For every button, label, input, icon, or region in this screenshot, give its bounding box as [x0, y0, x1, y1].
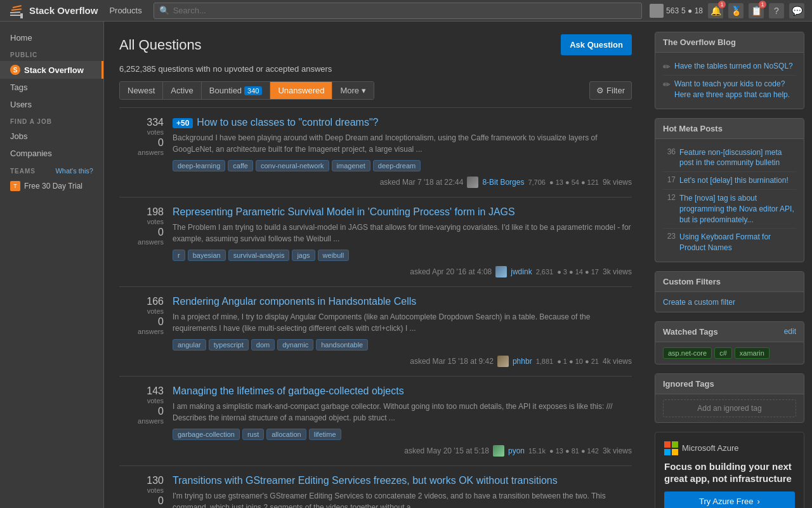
list-item[interactable]: c#: [714, 347, 732, 359]
list-item[interactable]: conv-neural-network: [256, 160, 329, 171]
list-item[interactable]: ✏ Have the tables turned on NoSQL?: [663, 58, 796, 76]
list-item[interactable]: 36 Feature non-[discussion] meta post in…: [663, 144, 796, 173]
question-title[interactable]: Transitions with GStreamer Editing Servi…: [173, 475, 632, 486]
list-item[interactable]: r: [173, 250, 185, 261]
nav-products[interactable]: Products: [105, 3, 145, 18]
list-item[interactable]: handsontable: [316, 339, 368, 351]
header-nav: Products: [105, 3, 145, 18]
list-item[interactable]: ✏ Want to teach your kids to code? Here …: [663, 76, 796, 104]
custom-filters-widget: Custom Filters Create a custom filter: [655, 271, 804, 312]
question-title[interactable]: Representing Parametric Survival Model i…: [173, 206, 632, 218]
list-item[interactable]: rust: [242, 429, 264, 440]
list-item[interactable]: typescript: [209, 339, 249, 351]
user-rep: 2,631: [536, 268, 554, 276]
user-rep: 15.1k: [528, 447, 546, 455]
sidebar-item-stackoverflow[interactable]: S Stack Overflow: [0, 61, 103, 79]
sidebar-item-tags[interactable]: Tags: [0, 79, 103, 96]
list-item[interactable]: 23 Using Keyboard Format for Product Nam…: [663, 229, 796, 257]
list-item[interactable]: deep-dream: [373, 160, 421, 171]
user-link[interactable]: 8-Bit Borges: [482, 178, 524, 187]
user-link[interactable]: jwdink: [511, 267, 532, 276]
list-item[interactable]: allocation: [266, 429, 306, 440]
user-badges: ● 3 ● 14 ● 17: [557, 268, 599, 276]
help-icon[interactable]: ?: [769, 3, 784, 18]
tab-newest[interactable]: Newest: [120, 82, 163, 99]
list-item[interactable]: weibull: [318, 250, 350, 261]
filter-button[interactable]: ⚙ Filter: [589, 81, 632, 100]
question-title[interactable]: Rendering Angular components in Handsont…: [173, 296, 632, 307]
header: Stack Overflow Products 🔍 563 5 ● 18 🔔1 …: [0, 0, 812, 22]
inbox-icon[interactable]: 🔔1: [708, 3, 723, 18]
table-row: 143 votes 0 answers Managing the lifetim…: [119, 376, 632, 465]
teams-what-link[interactable]: What's this?: [55, 167, 93, 175]
watched-tags-body: asp.net-core c# xamarin: [655, 342, 804, 364]
view-count: 3k views: [603, 446, 632, 455]
create-filter-link[interactable]: Create a custom filter: [663, 298, 735, 307]
user-avatar: [493, 445, 504, 457]
question-body: Representing Parametric Survival Model i…: [173, 206, 632, 277]
list-item[interactable]: 12 The [nova] tag is about programming t…: [663, 190, 796, 229]
so-label: Stack Overflow: [24, 65, 84, 75]
question-title[interactable]: +50How to use classes to "control dreams…: [173, 117, 632, 128]
list-item[interactable]: dynamic: [277, 339, 313, 351]
list-item[interactable]: bayesian: [188, 250, 226, 261]
meta-widget: Hot Meta Posts 36 Feature non-[discussio…: [655, 118, 804, 262]
chat-icon[interactable]: 💬: [789, 3, 804, 18]
ask-question-button[interactable]: Ask Question: [561, 34, 632, 55]
question-excerpt: Background I have been playing around wi…: [173, 132, 632, 155]
sidebar-item-free-trial[interactable]: T Free 30 Day Trial: [0, 177, 103, 195]
search-input[interactable]: [173, 6, 636, 15]
blog-widget-header: The Overflow Blog: [655, 32, 804, 53]
asked-time: asked May 20 '15 at 5:18: [404, 446, 489, 455]
filter-label: Filter: [606, 86, 625, 95]
list-item[interactable]: survival-analysis: [228, 250, 290, 261]
header-icons: 563 5 ● 18 🔔1 🏅 📋1 ? 💬: [650, 3, 804, 18]
azure-brand-name: Microsoft Azure: [682, 443, 739, 453]
list-item[interactable]: 17 Let's not [delay] this burnination!: [663, 172, 796, 190]
question-meta: asked Mar 7 '18 at 22:44 8-Bit Borges 7,…: [173, 177, 632, 188]
user-link[interactable]: pyon: [508, 446, 525, 455]
tab-active[interactable]: Active: [163, 82, 201, 99]
sidebar-item-home[interactable]: Home: [0, 29, 103, 46]
teams-icon: T: [10, 181, 20, 191]
list-item[interactable]: deep-learning: [173, 160, 225, 171]
question-title[interactable]: Managing the lifetimes of garbage-collec…: [173, 385, 632, 397]
list-item[interactable]: xamarin: [735, 347, 769, 359]
so-icon: S: [10, 65, 20, 75]
answer-count: 0 answers: [119, 227, 164, 246]
achievements-icon[interactable]: 🏅: [728, 3, 743, 18]
question-meta: asked Apr 20 '16 at 4:08 jwdink 2,631 ● …: [173, 266, 632, 277]
list-item[interactable]: garbage-collection: [173, 429, 240, 440]
list-item[interactable]: dom: [251, 339, 275, 351]
list-item[interactable]: jags: [292, 250, 315, 261]
site-logo[interactable]: Stack Overflow: [8, 2, 98, 20]
right-sidebar: The Overflow Blog ✏ Have the tables turn…: [647, 22, 812, 508]
tab-unanswered[interactable]: Unanswered: [270, 82, 332, 99]
edit-watched-tags-link[interactable]: edit: [784, 327, 796, 336]
review-icon[interactable]: 📋1: [749, 3, 764, 18]
sidebar-item-jobs[interactable]: Jobs: [0, 128, 103, 145]
sidebar-item-companies[interactable]: Companies: [0, 145, 103, 162]
user-link[interactable]: phhbr: [513, 357, 532, 366]
list-item[interactable]: asp.net-core: [663, 347, 712, 359]
sidebar-item-users[interactable]: Users: [0, 96, 103, 113]
main-content: All Questions Ask Question 6,252,385 que…: [104, 22, 647, 508]
ignored-tags-widget: Ignored Tags Add an ignored tag: [655, 373, 804, 423]
asked-time: asked Mar 7 '18 at 22:44: [380, 178, 464, 187]
list-item[interactable]: caffe: [228, 160, 253, 171]
list-item[interactable]: imagenet: [332, 160, 370, 171]
vote-count: 130 votes: [119, 475, 164, 494]
question-excerpt: The Problem I am trying to build a survi…: [173, 222, 632, 244]
add-ignored-tag-button[interactable]: Add an ignored tag: [663, 399, 796, 417]
home-label: Home: [10, 33, 32, 43]
user-badges: ● 1 ● 10 ● 21: [557, 358, 599, 365]
user-avatar: [467, 177, 478, 188]
azure-cta-button[interactable]: Try Azure Free ›: [664, 491, 795, 508]
list-item[interactable]: lifetime: [309, 429, 341, 440]
avatar: [650, 4, 664, 18]
watched-tags-header: Watched Tags edit: [655, 322, 804, 342]
list-item[interactable]: angular: [173, 339, 206, 351]
tab-bountied[interactable]: Bountied 340: [202, 82, 271, 99]
teams-label: TEAMS: [10, 168, 36, 175]
tab-more[interactable]: More ▾: [332, 82, 373, 99]
